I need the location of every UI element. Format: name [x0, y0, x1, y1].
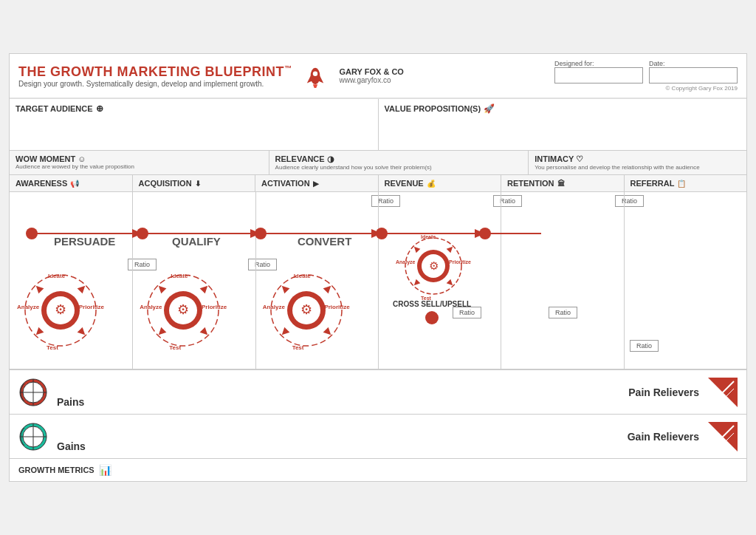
revenue-label: REVENUE	[385, 179, 424, 188]
cross-sell-area: CROSS SELL/UPSELL	[393, 300, 471, 324]
qualify-label: QUALIFY	[172, 235, 221, 248]
growth-metrics-title: GROWTH METRICS	[18, 466, 94, 474]
svg-marker-28	[200, 327, 210, 338]
ratio-referral-bot: Ratio	[630, 340, 659, 356]
header-referral: REFERRAL 📋	[625, 175, 747, 191]
relevance-subtitle: Audience clearly understand how you solv…	[275, 164, 523, 171]
logo-area	[303, 64, 327, 88]
relevance-cell: RELEVANCE ◑ Audience clearly understand …	[269, 151, 529, 174]
wow-row: WOW MOMENT ☺ Audience are wowed by the v…	[10, 151, 746, 175]
trademark: ™	[284, 64, 292, 72]
ratio-box-revenue-top: Ratio	[371, 195, 400, 207]
pain-relievers-label: Pain Relievers	[628, 386, 699, 398]
convert-label: CONVERT	[298, 235, 351, 248]
retention-label: RETENTION	[507, 179, 554, 188]
pains-icon	[18, 378, 48, 407]
svg-point-11	[137, 228, 148, 239]
svg-point-10	[26, 228, 38, 239]
pains-row: Pains Pain Relievers	[10, 370, 746, 415]
pain-reliever-icon	[708, 378, 738, 407]
ratio-box-referral-top: Ratio	[615, 195, 644, 207]
loop-svg-acquisition: ⚙	[142, 270, 224, 351]
svg-marker-37	[279, 327, 289, 338]
header-acquisition: ACQUISITION ⬇	[133, 175, 256, 191]
brand-name: GARY FOX & CO	[339, 67, 403, 76]
gains-label: Gains	[57, 440, 628, 452]
svg-point-3	[313, 71, 317, 75]
main-title: THE GROWTH MARKETING BLUEPRINT™	[18, 64, 292, 80]
loop-awareness: ⚙ Ideate Prioritize Test Analyze	[20, 270, 101, 354]
designed-for-input[interactable]	[554, 67, 643, 84]
header: THE GROWTH MARKETING BLUEPRINT™ Design y…	[10, 54, 746, 99]
col-divider-3	[378, 192, 379, 369]
activation-icon: ▶	[313, 180, 319, 188]
svg-marker-22	[33, 283, 44, 293]
cross-sell-label: CROSS SELL/UPSELL	[393, 300, 471, 308]
svg-marker-21	[33, 327, 44, 338]
svg-text:⚙: ⚙	[177, 302, 189, 317]
copyright: © Copyright Gary Fox 2019	[666, 85, 738, 92]
svg-marker-19	[78, 283, 88, 293]
cross-sell-dot	[425, 311, 439, 324]
svg-marker-27	[200, 283, 210, 293]
pains-label: Pains	[57, 396, 628, 408]
intimacy-label: INTIMACY	[535, 154, 574, 163]
top-section: TARGET AUDIENCE ⊕ VALUE PROPOSITION(S) 🚀	[10, 99, 746, 151]
target-audience-title: TARGET AUDIENCE	[16, 104, 93, 113]
svg-marker-36	[323, 327, 333, 338]
loop-revenue: ⚙ Ideate Prioritize Test Analyze	[400, 233, 467, 302]
loop-analyze-awareness: Analyze	[17, 304, 39, 310]
value-proposition-section: VALUE PROPOSITION(S) 🚀	[379, 99, 747, 150]
date-field: Date:	[649, 60, 738, 84]
target-audience-section: TARGET AUDIENCE ⊕	[10, 99, 379, 150]
ratio-retention-mid: Ratio	[549, 307, 577, 323]
designed-for-label: Designed for:	[554, 60, 643, 67]
ratio-box-acquisition: Ratio	[248, 259, 277, 270]
value-proposition-title: VALUE PROPOSITION(S)	[385, 104, 481, 113]
loop-ideate-acq: Ideate	[171, 273, 188, 279]
intimacy-title: INTIMACY ♡	[535, 154, 740, 164]
col-divider-5	[624, 192, 625, 369]
date-input[interactable]	[649, 67, 738, 84]
svg-point-14	[479, 228, 491, 239]
header-title-area: THE GROWTH MARKETING BLUEPRINT™ Design y…	[18, 64, 292, 88]
loop-prioritize-acq: Prioritize	[202, 304, 227, 310]
loop-test-act: Test	[292, 344, 304, 351]
persuade-label: PERSUADE	[54, 235, 115, 248]
loop-svg-awareness: ⚙	[20, 270, 101, 351]
ratio-box-referral-bot: Ratio	[630, 340, 659, 352]
subtitle: Design your growth. Systematically desig…	[18, 80, 292, 88]
gain-reliever-icon	[708, 422, 738, 451]
svg-marker-20	[78, 327, 88, 338]
ratio-revenue-top: Ratio	[371, 195, 400, 211]
relevance-icon: ◑	[327, 154, 334, 163]
loop-ideate-rev: Ideate	[421, 234, 436, 239]
gains-row: Gains Gain Relievers	[10, 415, 746, 459]
svg-marker-45	[412, 279, 420, 287]
ratio-referral-top: Ratio	[615, 195, 644, 211]
wow-title: WOW MOMENT ☺	[16, 154, 263, 163]
loop-ideate-awareness: Ideate	[48, 273, 65, 279]
loop-activation: ⚙ Ideate Prioritize Test Analyze	[266, 270, 347, 354]
col-divider-2	[255, 192, 256, 369]
revenue-icon: 💰	[427, 180, 436, 188]
header-revenue: REVENUE 💰	[379, 175, 502, 191]
header-fields: Designed for: Date:	[554, 60, 738, 84]
gain-relievers-label: Gain Relievers	[628, 431, 699, 443]
gains-icon	[18, 422, 48, 451]
loop-svg-revenue: ⚙	[400, 233, 467, 299]
loop-prioritize-awareness: Prioritize	[79, 304, 104, 310]
loop-prioritize-rev: Prioritize	[449, 259, 471, 265]
activation-label: ACTIVATION	[261, 179, 310, 188]
loop-svg-activation: ⚙	[266, 270, 347, 351]
relevance-label: RELEVANCE	[275, 154, 325, 163]
designed-for-field: Designed for:	[554, 60, 643, 84]
brand-info: GARY FOX & CO www.garyfox.co	[339, 67, 403, 84]
svg-marker-29	[156, 327, 166, 338]
loop-analyze-rev: Analyze	[396, 259, 415, 265]
bottom-section: Pains Pain Relievers Gains Gain Reliever…	[10, 369, 746, 481]
svg-marker-6	[132, 229, 142, 238]
svg-marker-30	[156, 283, 166, 293]
intimacy-icon: ♡	[576, 154, 583, 163]
rocket-icon	[303, 64, 327, 88]
